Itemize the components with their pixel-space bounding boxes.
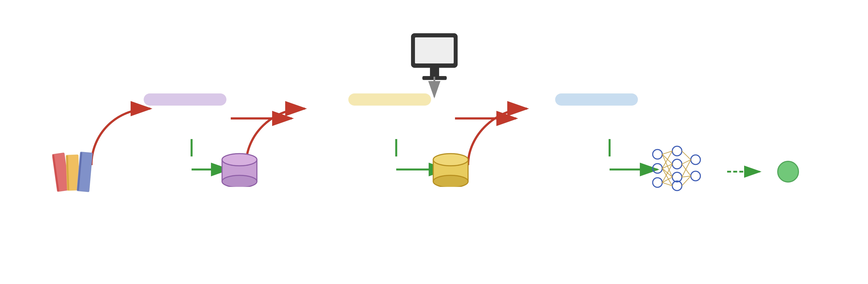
- stage1-box: [144, 94, 226, 106]
- policy-network: [649, 143, 701, 193]
- tutorial-books: [52, 148, 96, 196]
- svg-point-24: [222, 154, 257, 166]
- svg-point-33: [653, 149, 662, 159]
- svg-rect-1: [415, 37, 454, 64]
- deploy-target: [777, 161, 799, 182]
- imaginary-ds-icon: [431, 152, 470, 187]
- svg-point-25: [222, 175, 257, 187]
- neural-net-icon: [649, 143, 701, 193]
- books-icon: [52, 148, 96, 193]
- knowledge-db: [220, 152, 259, 190]
- svg-point-38: [672, 172, 682, 182]
- svg-line-52: [682, 151, 691, 160]
- svg-point-40: [691, 155, 701, 165]
- stage3-box: [555, 94, 638, 106]
- svg-rect-3: [422, 76, 447, 80]
- svg-line-56: [682, 176, 691, 186]
- arrows-overlay: [0, 0, 868, 284]
- svg-point-34: [653, 164, 662, 173]
- svg-point-30: [433, 175, 468, 187]
- knowledge-db-icon: [220, 152, 259, 187]
- svg-point-29: [433, 154, 468, 166]
- svg-rect-0: [411, 34, 457, 67]
- svg-point-36: [672, 146, 682, 156]
- imaginary-dataset: [431, 152, 470, 190]
- svg-point-37: [672, 159, 682, 169]
- stage2-box: [348, 94, 431, 106]
- diagram-container: [0, 0, 868, 284]
- svg-rect-2: [430, 67, 439, 77]
- svg-line-55: [682, 176, 691, 177]
- svg-point-41: [691, 171, 701, 181]
- svg-point-39: [672, 181, 682, 190]
- svg-point-35: [653, 178, 662, 187]
